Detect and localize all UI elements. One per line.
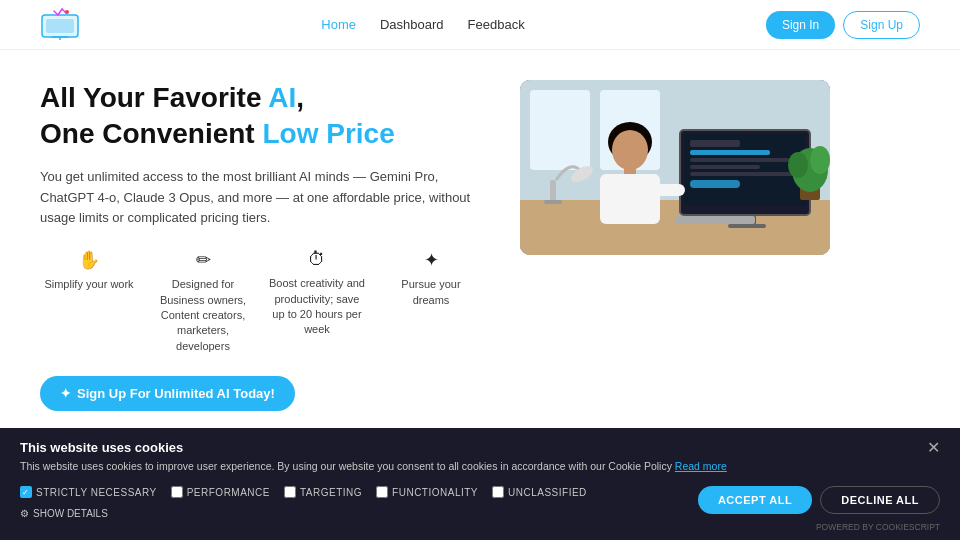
svg-rect-30 xyxy=(550,180,556,202)
show-details[interactable]: ⚙ SHOW DETAILS xyxy=(20,508,587,519)
feature-boost-text: Boost creativity and productivity; save … xyxy=(268,276,366,338)
svg-point-29 xyxy=(810,146,830,174)
hero-illustration xyxy=(520,80,830,255)
cookie-left-bottom: ✓ STRICTLY NECESSARY PERFORMANCE TARGETI… xyxy=(20,480,587,519)
svg-point-21 xyxy=(612,130,648,170)
headline-comma: , xyxy=(296,82,304,113)
functionality-checkbox-item[interactable]: FUNCTIONALITY xyxy=(376,486,478,498)
feature-business: ✏ Designed for Business owners, Content … xyxy=(154,249,252,354)
strictly-check-icon: ✓ xyxy=(20,486,32,498)
headline-ai: AI xyxy=(268,82,296,113)
svg-rect-1 xyxy=(46,19,74,33)
svg-rect-23 xyxy=(600,174,660,224)
hero-left: All Your Favorite AI, One Convenient Low… xyxy=(40,80,480,411)
functionality-checkbox[interactable] xyxy=(376,486,388,498)
nav-dashboard[interactable]: Dashboard xyxy=(380,17,444,32)
powered-by: POWERED BY COOKIESCRIPT xyxy=(20,519,940,532)
feature-pursue: ✦ Pursue your dreams xyxy=(382,249,480,354)
hand-icon: ✋ xyxy=(78,249,100,271)
performance-label: PERFORMANCE xyxy=(187,487,270,498)
targeting-checkbox-item[interactable]: TARGETING xyxy=(284,486,362,498)
cookie-bottom: ✓ STRICTLY NECESSARY PERFORMANCE TARGETI… xyxy=(20,480,940,519)
svg-point-28 xyxy=(788,152,808,178)
headline-text2: One Convenient xyxy=(40,118,262,149)
svg-point-4 xyxy=(65,10,69,14)
cta-button[interactable]: ✦ Sign Up For Unlimited AI Today! xyxy=(40,376,295,411)
unclassified-checkbox-item[interactable]: UNCLASSIFIED xyxy=(492,486,587,498)
headline-price: Low Price xyxy=(262,118,394,149)
main-content: All Your Favorite AI, One Convenient Low… xyxy=(0,50,960,431)
hero-subtext: You get unlimited access to the most bri… xyxy=(40,167,480,229)
unclassified-label: UNCLASSIFIED xyxy=(508,487,587,498)
feature-boost: ⏱ Boost creativity and productivity; sav… xyxy=(268,249,366,354)
cookie-title: This website uses cookies xyxy=(20,440,727,455)
unclassified-checkbox[interactable] xyxy=(492,486,504,498)
cookie-read-more-link[interactable]: Read more xyxy=(675,460,727,472)
cta-label: Sign Up For Unlimited AI Today! xyxy=(77,386,275,401)
gear-icon: ⚙ xyxy=(20,508,29,519)
headline-text1: All Your Favorite xyxy=(40,82,268,113)
svg-rect-25 xyxy=(675,216,755,224)
nav-feedback[interactable]: Feedback xyxy=(468,17,525,32)
performance-checkbox-item[interactable]: PERFORMANCE xyxy=(171,486,270,498)
svg-rect-19 xyxy=(728,224,766,228)
cookie-checkboxes: ✓ STRICTLY NECESSARY PERFORMANCE TARGETI… xyxy=(20,486,587,498)
hero-right xyxy=(520,80,830,255)
nav-links: Home Dashboard Feedback xyxy=(321,17,524,32)
svg-rect-17 xyxy=(690,180,740,188)
feature-business-text: Designed for Business owners, Content cr… xyxy=(154,277,252,354)
cta-star-icon: ✦ xyxy=(60,386,71,401)
svg-rect-31 xyxy=(544,200,562,204)
svg-rect-15 xyxy=(690,165,760,169)
nav-buttons: Sign In Sign Up xyxy=(766,11,920,39)
svg-rect-7 xyxy=(530,90,590,170)
signin-button[interactable]: Sign In xyxy=(766,11,835,39)
cookie-buttons: ACCEPT ALL DECLINE ALL xyxy=(698,486,940,514)
feature-pursue-text: Pursue your dreams xyxy=(382,277,480,308)
logo[interactable] xyxy=(40,7,80,42)
show-details-label: SHOW DETAILS xyxy=(33,508,108,519)
cookie-banner: This website uses cookies This website u… xyxy=(0,428,960,540)
clock-icon: ⏱ xyxy=(308,249,326,270)
performance-checkbox[interactable] xyxy=(171,486,183,498)
targeting-checkbox[interactable] xyxy=(284,486,296,498)
cookie-text: This website uses cookies to improve use… xyxy=(20,459,727,474)
strictly-necessary-label: ✓ STRICTLY NECESSARY xyxy=(20,486,157,498)
hero-image xyxy=(520,80,830,255)
cookie-description: This website uses cookies to improve use… xyxy=(20,460,672,472)
star-icon: ✦ xyxy=(424,249,439,271)
navbar: Home Dashboard Feedback Sign In Sign Up xyxy=(0,0,960,50)
nav-home[interactable]: Home xyxy=(321,17,356,32)
feature-simplify: ✋ Simplify your work xyxy=(40,249,138,354)
decline-all-button[interactable]: DECLINE ALL xyxy=(820,486,940,514)
cookie-banner-top: This website uses cookies This website u… xyxy=(20,440,940,474)
strictly-necessary-text: STRICTLY NECESSARY xyxy=(36,487,157,498)
svg-rect-16 xyxy=(690,172,800,176)
svg-rect-14 xyxy=(690,158,790,162)
targeting-label: TARGETING xyxy=(300,487,362,498)
feature-simplify-text: Simplify your work xyxy=(44,277,133,292)
features-row: ✋ Simplify your work ✏ Designed for Busi… xyxy=(40,249,480,354)
signup-button[interactable]: Sign Up xyxy=(843,11,920,39)
svg-rect-12 xyxy=(690,140,740,147)
accept-all-button[interactable]: ACCEPT ALL xyxy=(698,486,812,514)
cookie-info: This website uses cookies This website u… xyxy=(20,440,727,474)
svg-rect-13 xyxy=(690,150,770,155)
headline: All Your Favorite AI, One Convenient Low… xyxy=(40,80,480,153)
close-cookie-button[interactable]: ✕ xyxy=(927,440,940,456)
logo-icon xyxy=(40,7,80,42)
pencil-icon: ✏ xyxy=(196,249,211,271)
svg-rect-24 xyxy=(650,184,685,196)
functionality-label: FUNCTIONALITY xyxy=(392,487,478,498)
